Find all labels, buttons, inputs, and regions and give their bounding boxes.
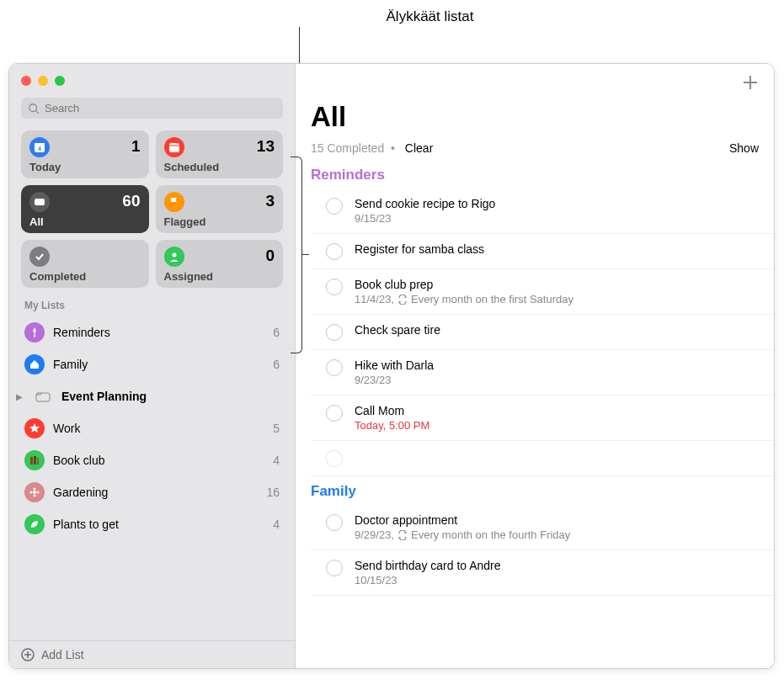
star-icon	[24, 418, 45, 438]
reminder-row[interactable]: Check spare tire	[311, 315, 774, 350]
smart-list-flagged[interactable]: 3Flagged	[156, 185, 284, 233]
smart-list-all[interactable]: 60All	[21, 185, 149, 233]
chevron-right-icon[interactable]: ▶	[16, 392, 24, 401]
section-header-reminders[interactable]: Reminders	[296, 160, 774, 189]
repeat-icon	[397, 295, 408, 305]
completed-icon	[29, 247, 50, 267]
reminder-subtitle: 11/4/23, Every month on the first Saturd…	[355, 293, 759, 305]
reminder-row[interactable]: Book club prep11/4/23, Every month on th…	[311, 269, 774, 315]
flagged-icon	[164, 192, 184, 212]
smart-list-completed[interactable]: Completed	[21, 240, 149, 288]
list-name: Family	[53, 358, 264, 371]
assigned-icon	[164, 247, 184, 267]
reminder-title: Check spare tire	[355, 323, 759, 337]
svg-rect-7	[35, 199, 45, 205]
smart-lists-grid: 41Today13Scheduled60All3FlaggedCompleted…	[9, 127, 295, 296]
reminder-checkbox[interactable]	[326, 560, 343, 576]
list-item[interactable]: ▶Event Planning	[9, 380, 295, 412]
smart-list-count: 1	[131, 137, 141, 156]
search-box[interactable]	[21, 98, 283, 119]
list-count: 6	[273, 358, 280, 371]
reminder-row[interactable]: Send birthday card to Andre10/15/23	[311, 550, 774, 596]
reminder-row[interactable]: Doctor appointment9/29/23, Every month o…	[311, 505, 774, 550]
smart-list-label: All	[29, 215, 141, 228]
smart-list-today[interactable]: 41Today	[21, 130, 149, 178]
svg-point-8	[172, 253, 176, 258]
app-window: 41Today13Scheduled60All3FlaggedCompleted…	[8, 63, 775, 669]
reminder-title: Hike with Darla	[355, 358, 759, 372]
close-button[interactable]	[21, 76, 31, 86]
minimize-button[interactable]	[38, 76, 48, 86]
leaf-icon	[24, 514, 45, 534]
svg-point-15	[34, 488, 36, 491]
list-name: Event Planning	[61, 390, 271, 403]
smart-list-label: Assigned	[164, 270, 275, 283]
reminder-checkbox[interactable]	[326, 279, 343, 295]
svg-point-16	[34, 495, 36, 497]
reminder-checkbox[interactable]	[326, 450, 343, 467]
main-panel: All 15 Completed • Clear Show RemindersS…	[296, 64, 774, 668]
plus-circle-icon	[21, 648, 35, 661]
reminder-checkbox[interactable]	[326, 324, 343, 341]
flower-icon	[24, 482, 45, 502]
reminder-row[interactable]: Call MomToday, 5:00 PM	[311, 396, 774, 441]
list-item[interactable]: Family6	[9, 348, 295, 380]
list-item[interactable]: Work5	[9, 412, 295, 444]
list-item[interactable]: Book club4	[9, 444, 295, 476]
sidebar: 41Today13Scheduled60All3FlaggedCompleted…	[9, 64, 296, 668]
clear-button[interactable]: Clear	[405, 141, 433, 155]
smart-list-assigned[interactable]: 0Assigned	[156, 240, 284, 288]
folder-icon	[33, 386, 53, 406]
smart-list-label: Scheduled	[164, 161, 275, 173]
add-list-button[interactable]: Add List	[9, 640, 295, 668]
list-name: Work	[53, 422, 264, 435]
reminder-subtitle: 9/29/23, Every month on the fourth Frida…	[355, 528, 759, 541]
list-count: 4	[273, 518, 280, 531]
reminder-row[interactable]: Send cookie recipe to Rigo9/15/23	[311, 189, 774, 234]
reminder-checkbox[interactable]	[326, 243, 343, 260]
maximize-button[interactable]	[55, 76, 65, 86]
reminder-title: Send cookie recipe to Rigo	[355, 197, 759, 210]
reminder-subtitle: Today, 5:00 PM	[355, 419, 759, 432]
reminder-subtitle: 9/15/23	[355, 212, 759, 225]
smart-list-scheduled[interactable]: 13Scheduled	[156, 130, 284, 178]
list-title: All	[296, 101, 774, 141]
reminder-subtitle: 9/23/23	[355, 374, 759, 386]
annotation-label: Älykkäät listat	[84, 8, 776, 25]
smart-list-label: Completed	[29, 270, 141, 283]
reminder-checkbox[interactable]	[326, 514, 343, 531]
pin-icon	[24, 322, 45, 342]
reminder-checkbox[interactable]	[326, 405, 343, 422]
reminder-title: Doctor appointment	[355, 513, 759, 527]
books-icon	[24, 450, 45, 470]
annotation-callout-line	[299, 27, 300, 65]
svg-point-0	[29, 104, 37, 111]
completed-bar: 15 Completed • Clear Show	[296, 141, 774, 160]
svg-text:4: 4	[38, 146, 41, 151]
completed-count: 15 Completed	[311, 141, 384, 155]
reminder-checkbox[interactable]	[326, 359, 343, 376]
reminder-row[interactable]	[311, 441, 774, 476]
smart-list-count: 0	[265, 247, 275, 265]
reminder-title: Register for samba class	[355, 242, 759, 256]
section-header-family[interactable]: Family	[296, 476, 774, 505]
search-icon	[28, 103, 40, 114]
search-input[interactable]	[45, 102, 276, 114]
reminder-row[interactable]: Register for samba class	[311, 234, 774, 269]
smart-list-label: Flagged	[164, 215, 275, 228]
repeat-icon	[397, 530, 408, 540]
svg-rect-11	[30, 457, 33, 465]
reminder-row[interactable]: Hike with Darla9/23/23	[311, 350, 774, 396]
smart-list-count: 3	[265, 192, 275, 210]
list-item[interactable]: Reminders6	[9, 316, 295, 348]
plus-icon	[742, 74, 759, 91]
my-lists-heading: My Lists	[9, 296, 295, 316]
list-item[interactable]: Plants to get4	[9, 508, 295, 540]
show-button[interactable]: Show	[729, 141, 759, 155]
new-reminder-button[interactable]	[742, 74, 759, 94]
all-icon	[29, 192, 50, 212]
svg-rect-5	[169, 143, 179, 152]
list-item[interactable]: Gardening16	[9, 476, 295, 508]
reminder-title: Send birthday card to Andre	[355, 559, 759, 572]
reminder-checkbox[interactable]	[326, 198, 343, 215]
